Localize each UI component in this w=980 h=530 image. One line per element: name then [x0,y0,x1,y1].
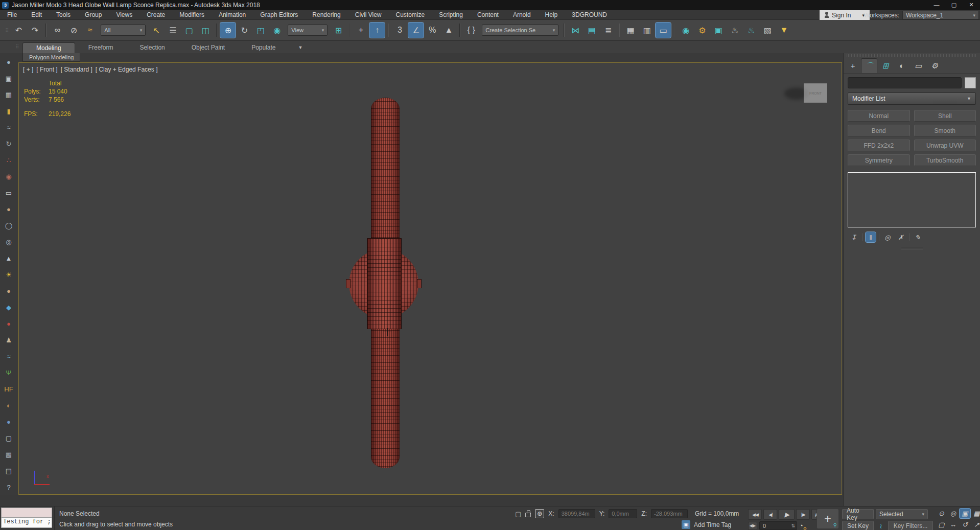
barrel-tool-icon[interactable]: ▮ [3,105,14,117]
object-color-swatch[interactable] [965,77,976,88]
polygon-modeling-panel-tab[interactable]: Polygon Modeling [22,53,80,62]
menu-item[interactable]: Views [109,10,139,19]
ribbon-tab[interactable]: Populate [238,42,289,53]
snaps-toggle-icon[interactable]: 3 [392,22,407,38]
swirl-tool-icon[interactable]: ↻ [3,138,14,149]
figure-tool-icon[interactable]: ♟ [3,334,14,345]
configure-modifier-sets-icon[interactable]: ✎ [913,232,923,242]
viewcube[interactable]: FRONT [804,83,827,103]
y-coord-field[interactable]: 0,0mm [609,509,637,518]
grass-tool-icon[interactable]: Ψ [3,367,14,378]
undo-icon[interactable]: ↶ [11,22,26,38]
blue-sphere-tool-icon[interactable]: ● [3,416,14,427]
frame-spinner-icon[interactable]: ⇅ [791,523,795,528]
zoom-extents-selected-icon[interactable]: ▣ [960,509,970,518]
orbit-icon[interactable]: ↺ [960,520,970,529]
named-selection-sets-dropdown[interactable]: Create Selection Se [482,25,558,36]
schematic-view-icon[interactable]: ▥ [639,22,655,38]
sign-in-button[interactable]: Sign In ▾ [820,10,870,20]
modifier-preset-button[interactable]: Symmetry [848,154,910,166]
modifier-preset-button[interactable]: Smooth [914,125,976,136]
marquee-tool-icon[interactable]: ▢ [3,432,14,444]
selection-region-icon[interactable]: ▢ [515,510,521,518]
viewport-label-part[interactable]: [ Clay + Edged Faces ] [96,66,158,73]
menu-item[interactable]: Help [538,10,565,19]
select-and-rotate-icon[interactable]: ↻ [237,22,252,38]
ribbon-config-icon[interactable]: ▼ [298,45,303,53]
make-unique-icon[interactable]: ◎ [882,232,893,242]
modifier-preset-button[interactable]: Bend [848,125,910,136]
menu-item[interactable]: Create [139,10,172,19]
hf-tool-icon[interactable]: HF [3,383,14,395]
select-by-name-icon[interactable]: ☰ [165,22,180,38]
select-and-manipulate-icon[interactable]: + [353,22,368,38]
app-store-icon[interactable]: ▼ [776,22,791,38]
select-and-move-icon[interactable]: ⊕ [220,22,236,38]
render-in-a360-icon[interactable]: ♨ [743,22,759,38]
menu-item[interactable]: Tools [49,10,78,19]
pan-icon[interactable]: ↔ [948,520,959,529]
menu-item[interactable]: Customize [389,10,432,19]
align-icon[interactable]: ▤ [584,22,599,38]
close-button[interactable]: ✕ [963,0,980,10]
spinner-snap-toggle-icon[interactable]: ▲ [441,22,456,38]
sphere-tool-icon[interactable]: ● [3,56,14,67]
x-coord-field[interactable]: 38099,84m [558,509,595,518]
modifier-preset-button[interactable]: TurboSmooth [914,154,976,166]
sphere-tan-tool-icon[interactable]: ● [3,203,14,215]
box-tool-icon[interactable]: ▭ [3,187,14,198]
z-coord-field[interactable]: -28,093mm [651,509,688,518]
window-crossing-toggle-icon[interactable]: ◫ [198,22,213,38]
lamp-middle-section-mesh[interactable] [367,238,402,329]
zoom-all-icon[interactable]: ◎ [948,509,959,518]
ribbon-tab[interactable]: Modeling [22,42,75,53]
modifier-preset-button[interactable]: Normal [848,110,910,122]
viewport-label-part[interactable]: [ Front ] [36,66,57,73]
time-configuration-icon[interactable]: ◔ [799,522,803,529]
maximize-button[interactable]: ▢ [945,0,963,10]
display-tab[interactable]: ▭ [910,58,926,73]
menu-item[interactable]: Graph Editors [253,10,305,19]
menu-item[interactable]: Group [78,10,109,19]
viewport-front[interactable]: FRONT [ + ] [ Front ] [ Standard ] [ Cla… [18,62,842,495]
selection-lock-icon[interactable] [525,513,531,517]
sphere-small-tool-icon[interactable]: ● [3,285,14,296]
wave-tool-icon[interactable]: ≈ [3,351,14,362]
unlink-selection-icon[interactable]: ⊘ [66,22,81,38]
region-zoom-icon[interactable]: ▢ [936,520,947,529]
bind-to-space-warp-icon[interactable]: ≈ [82,22,98,38]
modify-tab[interactable]: ⌒ [861,58,877,73]
set-keys-button[interactable]: + [816,509,839,529]
material-editor-icon[interactable]: ◉ [678,22,693,38]
camera-tool-icon[interactable]: ◉ [3,171,14,182]
remove-modifier-icon[interactable]: ✗ [896,232,906,242]
next-frame-icon[interactable]: |▶ [796,509,810,520]
hierarchy-tab[interactable]: ⊞ [877,58,894,73]
keyboard-shortcut-override-icon[interactable]: ↑ [369,22,385,38]
panel-splitter-grip[interactable] [901,247,923,249]
add-time-tag[interactable]: ▣ Add Time Tag [682,520,731,529]
select-and-uniform-scale-icon[interactable]: ◰ [253,22,268,38]
ribbon-tab[interactable]: Object Paint [178,42,238,53]
spray-tool-icon[interactable]: ≈ [3,122,14,133]
pin-stack-icon[interactable]: ↧ [849,232,859,242]
menu-item[interactable]: 3DGROUND [565,10,614,19]
layer-manager-icon[interactable]: ≣ [600,22,616,38]
asset-library-icon[interactable]: ▧ [760,22,775,38]
go-to-start-icon[interactable]: ◀◀ [748,509,762,520]
image-tool-icon[interactable]: ▣ [3,73,14,84]
set-key-button[interactable]: Set Key [842,521,874,530]
zoom-icon[interactable]: ⊙ [936,509,947,518]
mirror-icon[interactable]: ⋈ [568,22,583,38]
absolute-transform-toggle-icon[interactable]: ⊕ [535,509,544,518]
edit-named-selection-sets-icon[interactable]: { } [463,22,479,38]
menu-item[interactable]: File [0,10,24,19]
modifier-stack[interactable] [848,172,976,227]
particles-tool-icon[interactable]: ∴ [3,154,14,166]
grid-tool-icon[interactable]: ▦ [3,89,14,100]
curve-editor-icon[interactable]: ▦ [623,22,638,38]
ribbon-tab[interactable]: Freeform [75,42,127,53]
render-production-icon[interactable]: ♨ [727,22,742,38]
key-filters-button[interactable]: Key Filters... [888,521,933,530]
clipboard-tool-icon[interactable]: ▤ [3,465,14,476]
